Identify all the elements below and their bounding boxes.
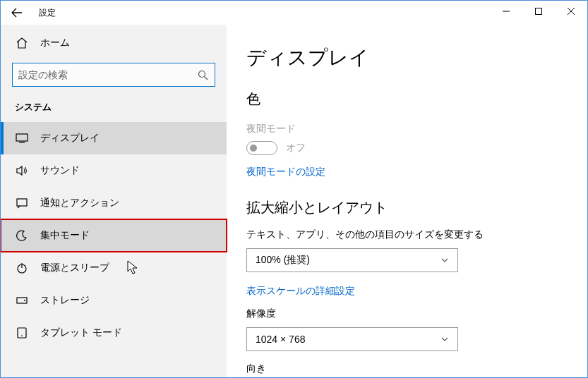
- night-mode-toggle[interactable]: [246, 141, 277, 155]
- main-content: ディスプレイ 色 夜間モード オフ 夜間モードの設定 拡大縮小とレイアウト テキ…: [227, 25, 587, 377]
- titlebar: 設定: [1, 1, 587, 25]
- svg-point-8: [21, 335, 23, 336]
- maximize-button[interactable]: [522, 1, 555, 22]
- sidebar-item-label: サウンド: [40, 164, 80, 177]
- chevron-down-icon: [440, 256, 449, 264]
- sidebar-item-sound[interactable]: サウンド: [1, 154, 227, 187]
- orientation-label: 向き: [246, 362, 568, 375]
- sidebar-item-label: 電源とスリープ: [40, 262, 109, 274]
- power-icon: [15, 261, 29, 275]
- svg-rect-2: [16, 134, 28, 141]
- minimize-button[interactable]: [490, 1, 522, 22]
- sidebar-item-storage[interactable]: ストレージ: [1, 284, 227, 317]
- chevron-down-icon: [440, 335, 449, 343]
- tablet-icon: [15, 326, 29, 340]
- sidebar-item-display[interactable]: ディスプレイ: [1, 122, 227, 154]
- sidebar-item-label: タブレット モード: [40, 327, 122, 339]
- scale-dropdown[interactable]: 100% (推奨): [246, 248, 458, 272]
- scale-advanced-link[interactable]: 表示スケールの詳細設定: [246, 285, 355, 298]
- sidebar: ホーム システム ディスプレイ: [1, 25, 227, 377]
- search-input[interactable]: [18, 69, 196, 80]
- arrow-left-icon: [11, 7, 23, 18]
- search-box[interactable]: [12, 63, 215, 87]
- color-section-title: 色: [246, 90, 568, 109]
- sidebar-item-power-sleep[interactable]: 電源とスリープ: [1, 252, 227, 284]
- night-mode-label: 夜間モード: [246, 123, 568, 135]
- night-mode-settings-link[interactable]: 夜間モードの設定: [246, 166, 325, 178]
- svg-rect-3: [17, 199, 27, 206]
- notifications-icon: [15, 196, 29, 210]
- close-button[interactable]: [555, 1, 587, 22]
- minimize-icon: [503, 8, 510, 15]
- display-icon: [15, 131, 29, 145]
- sidebar-item-label: 通知とアクション: [40, 197, 119, 209]
- sidebar-item-label: ディスプレイ: [40, 132, 100, 145]
- home-icon: [15, 36, 29, 50]
- resolution-dropdown[interactable]: 1024 × 768: [246, 327, 458, 351]
- sound-icon: [15, 164, 29, 178]
- sidebar-home[interactable]: ホーム: [1, 28, 227, 59]
- close-icon: [568, 8, 575, 15]
- search-icon: [196, 68, 209, 81]
- sidebar-nav-list: ディスプレイ サウンド 通知とアクション: [1, 122, 227, 349]
- sidebar-item-tablet-mode[interactable]: タブレット モード: [1, 317, 227, 349]
- sidebar-item-label: 集中モード: [40, 229, 90, 242]
- svg-rect-7: [18, 328, 26, 338]
- moon-icon: [15, 228, 29, 243]
- night-mode-state: オフ: [286, 142, 306, 154]
- back-button[interactable]: [1, 1, 33, 25]
- maximize-icon: [535, 8, 542, 15]
- window-title: 設定: [39, 7, 56, 19]
- sidebar-item-focus-assist[interactable]: 集中モード: [1, 219, 227, 252]
- scale-section-title: 拡大縮小とレイアウト: [246, 198, 568, 217]
- scale-field-label: テキスト、アプリ、その他の項目のサイズを変更する: [246, 228, 568, 241]
- scale-value: 100% (推奨): [256, 254, 310, 267]
- sidebar-group-header: システム: [1, 94, 227, 122]
- page-title: ディスプレイ: [246, 44, 568, 71]
- toggle-knob: [250, 145, 257, 152]
- window-controls: [490, 1, 587, 22]
- sidebar-item-notifications[interactable]: 通知とアクション: [1, 187, 227, 219]
- sidebar-home-label: ホーム: [40, 37, 70, 49]
- storage-icon: [15, 293, 29, 307]
- sidebar-item-label: ストレージ: [40, 294, 90, 307]
- resolution-label: 解像度: [246, 307, 568, 320]
- svg-point-1: [198, 71, 205, 77]
- svg-rect-0: [536, 8, 542, 15]
- svg-point-6: [24, 300, 25, 301]
- resolution-value: 1024 × 768: [256, 334, 305, 345]
